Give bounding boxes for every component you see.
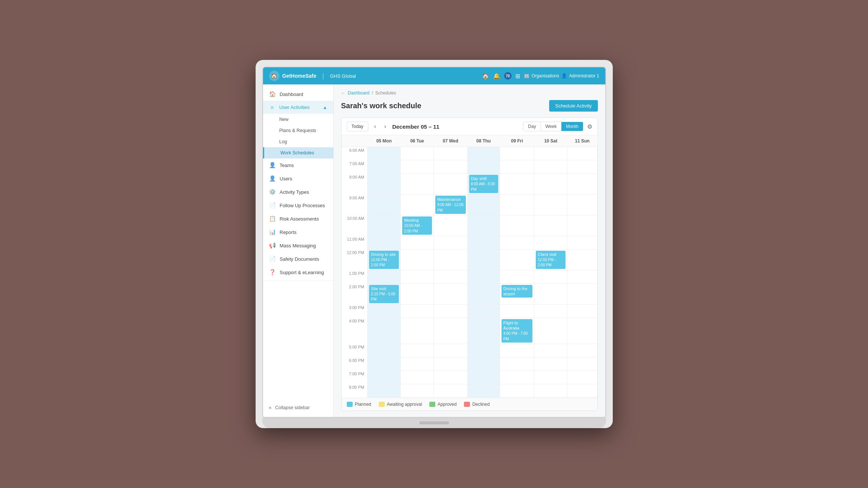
sidebar-label-follow-up: Follow Up Processes bbox=[280, 203, 325, 208]
event-driving-to-site[interactable]: Driving to site12:00 PM - 2:00 PM bbox=[369, 251, 399, 269]
fri-1400[interactable]: Driving to the airport bbox=[500, 283, 534, 304]
collapse-sidebar-button[interactable]: « Collapse sidebar bbox=[263, 401, 333, 414]
thu-1400 bbox=[467, 283, 500, 304]
calendar-settings-button[interactable]: ⚙ bbox=[587, 123, 592, 130]
event-flight-australia[interactable]: Flight to Australia4:00 PM - 7:00 PM bbox=[502, 319, 533, 343]
time-header bbox=[342, 135, 368, 147]
sidebar-item-activity-types[interactable]: ⚙️ Activity Types bbox=[263, 185, 333, 199]
content-area: ← Dashboard / Schedules Sarah's work sch… bbox=[334, 84, 605, 417]
sidebar-item-teams[interactable]: 👤 Teams bbox=[263, 158, 333, 172]
table-row: 9:00 AM Maintenance9:00 AM - 12:00 PM bbox=[342, 195, 598, 215]
sidebar-label-reports: Reports bbox=[280, 229, 297, 235]
event-day-shift[interactable]: Day shift8:00 AM - 5:00 PM bbox=[469, 175, 498, 193]
next-arrow[interactable]: › bbox=[382, 122, 388, 131]
event-client-visit[interactable]: Client visit12:00 PM - 2:00 PM bbox=[536, 251, 566, 269]
fri-1700 bbox=[500, 344, 534, 357]
sun-1100 bbox=[567, 236, 597, 249]
sidebar-item-users[interactable]: 👤 Users bbox=[263, 172, 333, 185]
schedule-activity-button[interactable]: Schedule Activity bbox=[549, 100, 598, 112]
sidebar-label-support: Support & eLearning bbox=[280, 270, 324, 275]
table-row: 10:00 AM Meeting10:00 AM - 2:00 PM bbox=[342, 215, 598, 236]
event-site-visit[interactable]: Site visit2:15 PM - 5:00 PM bbox=[369, 285, 399, 303]
table-row: 7:00 PM bbox=[342, 370, 598, 384]
day-header-thu: 08 Thu bbox=[467, 135, 500, 147]
mon-1200[interactable]: Driving to site12:00 PM - 2:00 PM bbox=[368, 249, 401, 270]
safety-icon: 📄 bbox=[269, 256, 276, 262]
organisations-label[interactable]: Organisations bbox=[532, 73, 559, 78]
legend-approved: Approved bbox=[429, 402, 457, 407]
wed-1500 bbox=[434, 304, 467, 318]
legend-dot-approved bbox=[429, 402, 435, 407]
sat-1100 bbox=[534, 236, 567, 249]
mon-600 bbox=[368, 147, 401, 160]
thu-800[interactable]: Day shift8:00 AM - 5:00 PM bbox=[467, 174, 500, 195]
thu-1900 bbox=[467, 370, 500, 384]
wed-900[interactable]: Maintenance9:00 AM - 12:00 PM bbox=[434, 195, 467, 215]
sidebar-item-follow-up[interactable]: 📄 Follow Up Processes bbox=[263, 199, 333, 212]
view-day-button[interactable]: Day bbox=[523, 122, 541, 131]
sidebar-item-user-activities[interactable]: ≡ User Activities ▲ bbox=[263, 101, 333, 114]
sidebar-sub-plans-requests[interactable]: Plans & Requests bbox=[263, 125, 333, 136]
mon-1400[interactable]: Site visit2:15 PM - 5:00 PM bbox=[368, 283, 401, 304]
breadcrumb-current: Schedules bbox=[375, 90, 396, 96]
event-meeting[interactable]: Meeting10:00 AM - 2:00 PM bbox=[402, 216, 432, 235]
table-row: 7:00 AM bbox=[342, 160, 598, 174]
thu-600 bbox=[467, 147, 500, 160]
time-cell-1300: 1:00 PM bbox=[342, 270, 368, 283]
wed-2000 bbox=[434, 384, 467, 397]
prev-arrow[interactable]: ‹ bbox=[372, 122, 378, 131]
sun-1800 bbox=[567, 357, 597, 370]
user-activities-icon: ≡ bbox=[269, 104, 276, 110]
sidebar-sub-new[interactable]: New bbox=[263, 114, 333, 125]
table-row: 6:00 AM bbox=[342, 147, 598, 160]
calendar-legend: Planned Awaiting approval Approved bbox=[342, 398, 598, 411]
mon-900 bbox=[368, 195, 401, 215]
wed-600 bbox=[434, 147, 467, 160]
teams-icon: 👤 bbox=[269, 162, 276, 168]
sat-1700 bbox=[534, 344, 567, 357]
table-row: 6:00 PM bbox=[342, 357, 598, 370]
sun-800 bbox=[567, 174, 597, 195]
top-navigation: 🏠 GetHomeSafe | GHS Global 🏠 🔔 70 ⊞ 🏢 Or… bbox=[263, 67, 605, 84]
user-label[interactable]: Administrator 1 bbox=[569, 73, 599, 78]
fri-800 bbox=[500, 174, 534, 195]
view-month-button[interactable]: Month bbox=[561, 122, 583, 131]
thu-700 bbox=[467, 160, 500, 174]
time-cell-1400: 2:00 PM bbox=[342, 283, 368, 304]
event-maintenance[interactable]: Maintenance9:00 AM - 12:00 PM bbox=[435, 196, 465, 214]
sidebar-sub-work-schedules[interactable]: Work Schedules bbox=[263, 147, 333, 158]
tue-1200 bbox=[401, 249, 434, 270]
bell-icon[interactable]: 🔔 bbox=[493, 73, 500, 80]
table-row: 5:00 PM bbox=[342, 344, 598, 357]
home-icon[interactable]: 🏠 bbox=[482, 73, 489, 80]
sidebar-item-mass-messaging[interactable]: 📢 Mass Messaging bbox=[263, 239, 333, 252]
sidebar-sub-log[interactable]: Log bbox=[263, 136, 333, 147]
tue-1300 bbox=[401, 270, 434, 283]
fri-1600[interactable]: Flight to Australia4:00 PM - 7:00 PM bbox=[500, 318, 534, 344]
expand-icon: ▲ bbox=[323, 105, 327, 110]
sidebar-item-dashboard[interactable]: 🏠 Dashboard bbox=[263, 87, 333, 101]
today-button[interactable]: Today bbox=[347, 122, 368, 131]
sidebar-item-reports[interactable]: 📊 Reports bbox=[263, 225, 333, 239]
wed-700 bbox=[434, 160, 467, 174]
grid-icon[interactable]: ⊞ bbox=[515, 73, 520, 80]
legend-declined: Declined bbox=[464, 402, 490, 407]
day-header-mon: 05 Mon bbox=[368, 135, 401, 147]
fri-1100 bbox=[500, 236, 534, 249]
sidebar-item-support[interactable]: ❓ Support & eLearning bbox=[263, 266, 333, 279]
mon-1900 bbox=[368, 370, 401, 384]
page-title: Sarah's work schedule bbox=[341, 102, 422, 110]
sat-1200[interactable]: Client visit12:00 PM - 2:00 PM bbox=[534, 249, 567, 270]
sidebar-item-safety-documents[interactable]: 📄 Safety Documents bbox=[263, 252, 333, 266]
thu-1000 bbox=[467, 215, 500, 236]
tue-1000[interactable]: Meeting10:00 AM - 2:00 PM bbox=[401, 215, 434, 236]
tue-1700 bbox=[401, 344, 434, 357]
mon-1000 bbox=[368, 215, 401, 236]
view-week-button[interactable]: Week bbox=[541, 122, 561, 131]
sidebar-item-risk-assessments[interactable]: 📋 Risk Assessments bbox=[263, 212, 333, 225]
breadcrumb-home[interactable]: Dashboard bbox=[348, 90, 370, 96]
follow-up-icon: 📄 bbox=[269, 202, 276, 209]
event-driving-airport[interactable]: Driving to the airport bbox=[502, 285, 533, 298]
thu-1700 bbox=[467, 344, 500, 357]
time-cell-900: 9:00 AM bbox=[342, 195, 368, 215]
